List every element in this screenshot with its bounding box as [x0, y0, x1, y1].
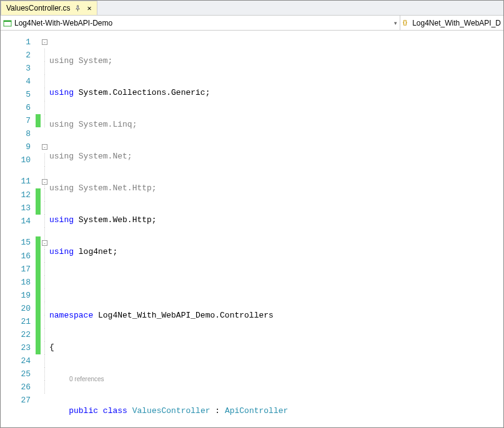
- fold-toggle[interactable]: -: [42, 179, 47, 185]
- code-area[interactable]: using System; using System.Collections.G…: [49, 31, 503, 427]
- pin-icon[interactable]: [74, 5, 81, 12]
- csharp-project-icon: [3, 19, 12, 27]
- codelens-references[interactable]: 0 references: [49, 372, 503, 386]
- namespace-dropdown[interactable]: {} Log4Net_With_WebAPI_D: [400, 16, 503, 30]
- svg-rect-1: [4, 21, 11, 22]
- svg-text:{}: {}: [403, 19, 407, 25]
- fold-toggle[interactable]: -: [42, 39, 47, 45]
- tab-label: ValuesController.cs: [6, 4, 71, 12]
- close-icon[interactable]: ✕: [87, 4, 92, 12]
- code-editor[interactable]: 1 2 3 4 5 6 7 8 9 10 11 12 13 14 15 16 1…: [1, 31, 503, 427]
- outlining-column[interactable]: - - - -: [41, 31, 49, 427]
- line-number-gutter: 1 2 3 4 5 6 7 8 9 10 11 12 13 14 15 16 1…: [1, 31, 36, 427]
- nav-bar: Log4Net-With-WebAPI-Demo ▾ {} Log4Net_Wi…: [1, 16, 503, 31]
- project-name: Log4Net-With-WebAPI-Demo: [14, 19, 112, 27]
- project-dropdown[interactable]: Log4Net-With-WebAPI-Demo ▾: [1, 16, 400, 30]
- fold-toggle[interactable]: -: [42, 144, 47, 150]
- namespace-name: Log4Net_With_WebAPI_D: [412, 19, 501, 27]
- file-tab[interactable]: ValuesController.cs ✕: [1, 1, 97, 15]
- tab-bar: ValuesController.cs ✕: [1, 1, 503, 16]
- change-marker-column: [36, 31, 41, 427]
- namespace-icon: {}: [403, 19, 410, 27]
- fold-toggle[interactable]: -: [42, 240, 47, 246]
- chevron-down-icon: ▾: [394, 20, 397, 26]
